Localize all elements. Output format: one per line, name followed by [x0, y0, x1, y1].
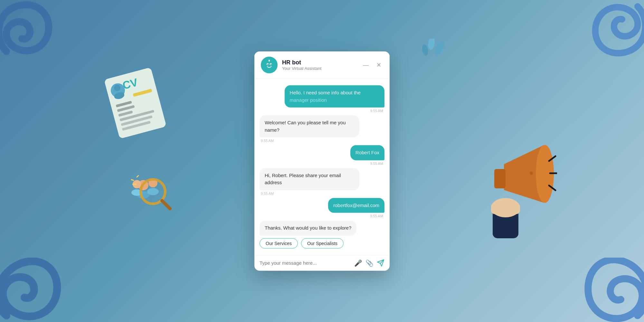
bot-bubble-3: Thanks. What would you like to explore? [260, 221, 356, 236]
message-row-3: Robert Fox 9.55 AM [260, 145, 384, 166]
svg-point-15 [138, 180, 148, 190]
message-row-4: Hi, Robert. Please share your email addr… [260, 168, 384, 195]
quick-reply-specialists[interactable]: Our Specialists [301, 238, 344, 248]
svg-point-19 [133, 180, 141, 188]
svg-line-24 [131, 180, 134, 180]
decoration-coil-bottom-right [580, 258, 644, 322]
svg-point-2 [421, 44, 429, 56]
minimize-button[interactable]: — [361, 61, 371, 69]
svg-line-22 [162, 201, 170, 209]
chat-header: HR bot Your Virtual Assistant — ✕ [254, 52, 390, 79]
svg-rect-12 [119, 110, 154, 121]
svg-point-6 [113, 84, 121, 92]
svg-rect-3 [104, 67, 166, 139]
timestamp-1: 9.55 AM [369, 109, 384, 113]
microphone-icon[interactable]: 🎤 [354, 259, 362, 267]
decoration-megaphone [467, 138, 557, 242]
timestamp-5: 9.55 AM [369, 214, 384, 218]
svg-point-7 [113, 91, 125, 100]
svg-point-17 [148, 178, 157, 187]
header-controls: — ✕ [361, 61, 383, 69]
decoration-teardrops [412, 39, 451, 80]
timestamp-3: 9.55 AM [369, 161, 384, 165]
chat-input-bar: 🎤 📎 [254, 255, 390, 270]
chat-window: HR bot Your Virtual Assistant — ✕ Hello.… [254, 52, 390, 271]
user-bubble-1: Hello. I need some info about the manage… [285, 85, 384, 108]
svg-rect-29 [494, 169, 506, 188]
svg-point-38 [267, 64, 268, 65]
bot-name: HR bot [282, 59, 361, 66]
message-row-6: Thanks. What would you like to explore? … [260, 221, 384, 249]
svg-point-27 [491, 198, 520, 217]
message-row-1: Hello. I need some info about the manage… [260, 85, 384, 113]
message-input[interactable] [260, 260, 351, 266]
svg-rect-14 [122, 121, 151, 131]
svg-text:CV: CV [121, 76, 139, 92]
svg-point-39 [270, 64, 271, 65]
bot-bubble-2: Hi, Robert. Please share your email addr… [260, 168, 359, 190]
svg-rect-8 [133, 89, 152, 97]
svg-point-5 [109, 82, 127, 99]
message-row-5: robertfox@email.com 9.55 AM [260, 198, 384, 218]
send-icon [377, 259, 384, 267]
svg-line-34 [549, 185, 555, 190]
svg-point-20 [131, 189, 142, 196]
svg-point-35 [265, 60, 274, 70]
svg-point-31 [530, 172, 533, 175]
svg-line-23 [137, 175, 138, 177]
quick-reply-services[interactable]: Our Services [260, 238, 298, 248]
header-info: HR bot Your Virtual Assistant [282, 59, 361, 71]
decoration-coil-bottom-left [0, 258, 71, 322]
svg-point-0 [433, 40, 446, 56]
timestamp-4: 9.55 AM [260, 191, 275, 195]
decoration-coil-top-right [580, 0, 644, 58]
timestamp-2: 9.55 AM [260, 139, 275, 143]
svg-rect-13 [121, 115, 153, 126]
svg-point-18 [147, 188, 159, 195]
svg-line-32 [549, 156, 555, 161]
highlight-text: manager position [290, 97, 327, 102]
bot-bubble-1: Welcome! Can you please tell me you name… [260, 115, 359, 137]
chat-messages: Hello. I need some info about the manage… [254, 79, 390, 255]
attachment-icon[interactable]: 📎 [365, 259, 374, 267]
svg-rect-26 [493, 209, 518, 238]
svg-rect-28 [491, 203, 520, 214]
decoration-search-people [129, 171, 174, 213]
svg-rect-10 [117, 105, 135, 112]
decoration-coil-top-left [0, 0, 58, 58]
svg-rect-11 [118, 110, 133, 117]
svg-point-16 [137, 191, 150, 199]
svg-rect-9 [116, 101, 132, 108]
svg-point-1 [427, 39, 436, 50]
bot-avatar [261, 57, 278, 73]
user-bubble-2: Robert Fox [350, 145, 384, 160]
quick-replies: Our Services Our Specialists [260, 238, 344, 248]
decoration-cv-card: CV [102, 65, 168, 141]
send-button[interactable] [377, 259, 384, 267]
svg-point-21 [141, 179, 165, 204]
user-bubble-3: robertfox@email.com [328, 198, 384, 213]
close-button[interactable]: ✕ [374, 61, 383, 69]
bot-subtitle: Your Virtual Assistant [282, 66, 361, 71]
svg-point-30 [536, 145, 554, 203]
message-row-2: Welcome! Can you please tell me you name… [260, 115, 384, 143]
